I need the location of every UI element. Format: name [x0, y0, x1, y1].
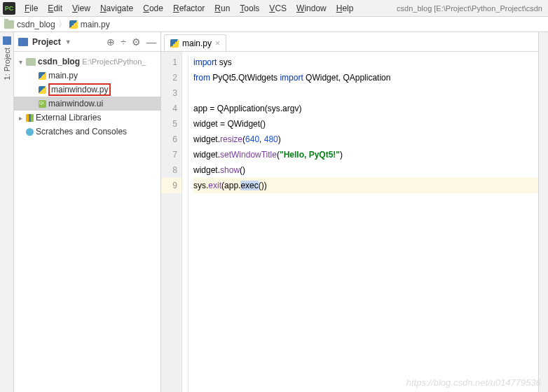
tree-file[interactable]: mainwindow.py — [14, 83, 160, 97]
menu-code[interactable]: Code — [138, 1, 168, 15]
line-number[interactable]: 4 — [161, 101, 177, 116]
line-number[interactable]: 8 — [161, 162, 177, 178]
menu-items: FileEditViewNavigateCodeRefactorRunTools… — [20, 1, 358, 15]
menu-window[interactable]: Window — [292, 1, 331, 15]
collapse-icon[interactable]: ÷ — [121, 36, 126, 48]
project-view-icon — [18, 38, 28, 46]
sidebar-header: Project ▼ ⊕ ÷ ⚙ — — [14, 32, 160, 52]
sidebar-title[interactable]: Project — [32, 37, 61, 47]
pycharm-icon: PC — [3, 2, 15, 15]
code-line[interactable]: widget.resize(640, 480) — [193, 132, 548, 147]
tree-file-label: mainwindow.ui — [48, 99, 103, 108]
code-line[interactable]: sys.exit(app.exec()) — [193, 178, 548, 193]
code-line[interactable]: widget = QWidget() — [193, 116, 548, 132]
tree-root-label: csdn_blog E:\Project\Python_ — [38, 57, 146, 66]
tree-file-label: mainwindow.py — [48, 85, 111, 94]
tree-file[interactable]: main.py — [14, 69, 160, 83]
indent-guide — [188, 55, 189, 392]
scratches-label: Scratches and Consoles — [36, 127, 127, 136]
menubar: PC FileEditViewNavigateCodeRefactorRunTo… — [0, 0, 548, 17]
title-project-path: csdn_blog [E:\Project\Python_Project\csd… — [397, 4, 545, 13]
tab-label: main.py — [182, 38, 212, 48]
tree-external-libraries[interactable]: ▸ External Libraries — [14, 111, 160, 125]
project-tool-icon — [3, 36, 11, 45]
locate-icon[interactable]: ⊕ — [107, 36, 115, 48]
menu-tools[interactable]: Tools — [235, 1, 264, 15]
breadcrumb-folder[interactable]: csdn_blog — [17, 20, 55, 29]
hide-icon[interactable]: — — [146, 36, 156, 48]
folder-icon — [4, 20, 14, 29]
menu-view[interactable]: View — [67, 1, 95, 15]
code-line[interactable]: import sys — [193, 55, 548, 70]
line-number[interactable]: 2 — [161, 70, 177, 85]
tree-root[interactable]: ▾ csdn_blog E:\Project\Python_ — [14, 55, 160, 69]
breadcrumb[interactable]: csdn_blog 〉 main.py — [0, 17, 548, 32]
code-line[interactable]: widget.show() — [193, 162, 548, 178]
code-line[interactable]: widget.setWindowTitle("Hello, PyQt5!") — [193, 147, 548, 162]
chevron-down-icon[interactable]: ▼ — [65, 38, 71, 46]
line-gutter: 123456789 — [161, 52, 182, 392]
libraries-icon — [26, 114, 34, 122]
editor-tabs: main.py × — [161, 32, 548, 52]
python-file-icon — [69, 20, 78, 29]
python-file-icon — [170, 39, 179, 48]
code-content[interactable]: import sysfrom PyQt5.QtWidgets import QW… — [182, 52, 548, 392]
qt-ui-icon — [39, 100, 46, 108]
scratches-icon — [26, 128, 34, 136]
menu-edit[interactable]: Edit — [43, 1, 67, 15]
tool-window-stripe[interactable]: 1: Project — [0, 32, 14, 392]
code-line[interactable]: app = QApplication(sys.argv) — [193, 101, 548, 116]
menu-run[interactable]: Run — [210, 1, 235, 15]
code-line[interactable]: from PyQt5.QtWidgets import QWidget, QAp… — [193, 70, 548, 85]
menu-file[interactable]: File — [20, 1, 43, 15]
expand-arrow-icon[interactable]: ▾ — [17, 58, 24, 66]
python-file-icon — [39, 72, 46, 80]
editor-area: main.py × 123456789 import sysfrom PyQt5… — [161, 32, 548, 392]
close-icon[interactable]: × — [215, 38, 220, 48]
project-tree[interactable]: ▾ csdn_blog E:\Project\Python_ main.pyma… — [14, 52, 160, 392]
breadcrumb-file[interactable]: main.py — [81, 20, 110, 29]
line-number[interactable]: 3 — [161, 85, 177, 101]
chevron-right-icon: 〉 — [58, 18, 67, 30]
expand-arrow-icon[interactable]: ▸ — [17, 114, 24, 122]
tree-file-label: main.py — [48, 71, 78, 80]
watermark: https://blog.csdn.net/u014779536 — [406, 377, 541, 388]
code-line[interactable] — [193, 85, 548, 101]
line-number[interactable]: 6 — [161, 132, 177, 147]
gear-icon[interactable]: ⚙ — [132, 36, 141, 48]
line-number[interactable]: 9 — [161, 178, 181, 193]
project-tool-label[interactable]: 1: Project — [3, 48, 11, 80]
tab-main-py[interactable]: main.py × — [164, 34, 226, 51]
tree-file[interactable]: mainwindow.ui — [14, 97, 160, 111]
menu-help[interactable]: Help — [331, 1, 359, 15]
project-sidebar: Project ▼ ⊕ ÷ ⚙ — ▾ csdn_blog E:\Project… — [14, 32, 161, 392]
line-number[interactable]: 7 — [161, 147, 177, 162]
module-folder-icon — [26, 58, 36, 66]
code-editor[interactable]: 123456789 import sysfrom PyQt5.QtWidgets… — [161, 52, 548, 392]
right-gutter — [538, 32, 548, 392]
line-number[interactable]: 1 — [161, 55, 177, 70]
external-libraries-label: External Libraries — [36, 113, 101, 122]
python-file-icon — [39, 86, 46, 94]
line-number[interactable]: 5 — [161, 116, 177, 132]
menu-vcs[interactable]: VCS — [264, 1, 292, 15]
tree-scratches[interactable]: Scratches and Consoles — [14, 125, 160, 139]
menu-refactor[interactable]: Refactor — [168, 1, 210, 15]
menu-navigate[interactable]: Navigate — [95, 1, 138, 15]
